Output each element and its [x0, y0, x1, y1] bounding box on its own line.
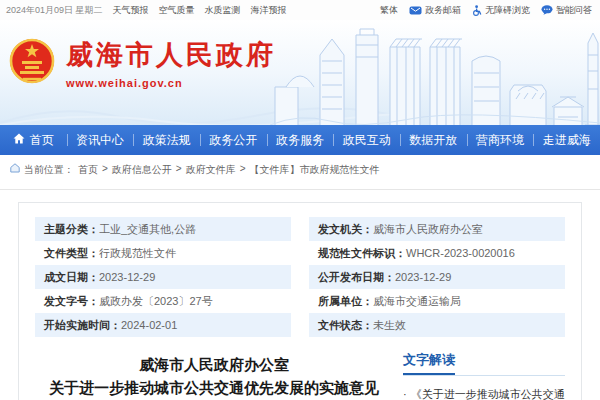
nav-item-gov-services[interactable]: 政务服务 [267, 125, 334, 155]
sidebar-heading: 文字解读 [403, 350, 565, 376]
breadcrumb-item-gov-info[interactable]: 政府信息公开 [112, 163, 172, 177]
meta-publish-date: 公开发布日期：2023-12-29 [309, 265, 565, 289]
accessibility-icon [472, 5, 482, 16]
nav-item-policies-laws[interactable]: 政策法规 [133, 125, 200, 155]
breadcrumb-item-doc-library[interactable]: 政府文件库 [186, 163, 236, 177]
topbar-link-water-quality[interactable]: 水质监测 [205, 4, 241, 17]
site-url[interactable]: www.weihai.gov.cn [66, 77, 276, 89]
document-meta-panel: 主题分类：工业_交通其他,公路 发文机关：威海市人民政府办公室 文件类型：行政规… [18, 202, 582, 400]
chat-icon [541, 5, 553, 15]
nav-item-public-interaction[interactable]: 政民互动 [333, 125, 400, 155]
nav-item-gov-info-disclosure[interactable]: 政务公开 [200, 125, 267, 155]
policy-interpretation-link[interactable]: 《关于进一步推动城市公共交通优先发展的实施意见》政策解读 [411, 385, 565, 400]
home-icon [13, 133, 25, 147]
list-item: · 《关于进一步推动城市公共交通优先发展的实施意见》政策解读 [403, 385, 565, 400]
meta-doc-status: 文件状态：未生效 [309, 313, 565, 337]
city-skyline-illustration [270, 25, 600, 125]
breadcrumb-item-home[interactable]: 首页 [78, 163, 98, 177]
breadcrumb-prefix: 当前位置： [24, 163, 74, 177]
meta-normative-doc-id: 规范性文件标识：WHCR-2023-0020016 [309, 241, 565, 265]
document-area: 威海市人民政府办公室 关于进一步推动城市公共交通优先发展的实施意见 文字解读 ·… [35, 350, 565, 400]
nav-item-about-weihai[interactable]: 走进威海 [533, 125, 600, 155]
brand: 威海市人民政府 www.weihai.gov.cn [9, 35, 276, 91]
topbar-link-ocean-forecast[interactable]: 海洋预报 [251, 4, 287, 17]
site-title: 威海市人民政府 [66, 37, 276, 73]
table-row: 成文日期：2023-12-29 公开发布日期：2023-12-29 [35, 265, 565, 289]
table-row: 开始实施时间：2024-02-01 文件状态：未生效 [35, 313, 565, 337]
meta-doc-number: 发文字号：威政办发〔2023〕27号 [35, 289, 291, 313]
topbar-link-accessibility[interactable]: 无障碍浏览 [472, 4, 530, 17]
topbar-link-gov-mail[interactable]: 政务邮箱 [409, 4, 461, 17]
current-date: 2024年01月09日 星期二 [6, 4, 103, 17]
meta-owning-unit: 所属单位：威海市交通运输局 [309, 289, 565, 313]
breadcrumb: 当前位置： 首页> 政府信息公开> 政府文件库> 【文件库】市政府规范性文件 [0, 155, 600, 190]
nav-item-business-environment[interactable]: 营商环境 [467, 125, 534, 155]
table-row: 文件类型：行政规范性文件 规范性文件标识：WHCR-2023-0020016 [35, 241, 565, 265]
main-nav: 首页 资讯中心 政策法规 政务公开 政务服务 政民互动 数据开放 营商环境 走进… [0, 125, 600, 155]
table-row: 主题分类：工业_交通其他,公路 发文机关：威海市人民政府办公室 [35, 217, 565, 241]
topbar-link-smart-qa[interactable]: 智能问答 [541, 4, 592, 17]
mail-icon [409, 6, 422, 15]
meta-issuing-agency: 发文机关：威海市人民政府办公室 [309, 217, 565, 241]
topbar-link-traditional-chinese[interactable]: 繁体 [380, 4, 398, 17]
document-title-line2: 关于进一步推动城市公共交通优先发展的实施意见 [35, 376, 393, 399]
nav-item-open-data[interactable]: 数据开放 [400, 125, 467, 155]
national-emblem [9, 35, 55, 91]
meta-topic-category: 主题分类：工业_交通其他,公路 [35, 217, 291, 241]
bullet: · [403, 385, 407, 400]
document-title: 威海市人民政府办公室 关于进一步推动城市公共交通优先发展的实施意见 [35, 350, 393, 400]
site-header: 威海市人民政府 www.weihai.gov.cn [0, 20, 600, 125]
breadcrumb-item-current: 【文件库】市政府规范性文件 [250, 163, 380, 177]
topbar-link-air-quality[interactable]: 空气质量 [159, 4, 195, 17]
meta-file-type: 文件类型：行政规范性文件 [35, 241, 291, 265]
nav-item-news-center[interactable]: 资讯中心 [67, 125, 134, 155]
nav-item-home[interactable]: 首页 [0, 125, 67, 155]
document-title-line1: 威海市人民政府办公室 [35, 353, 393, 376]
meta-written-date: 成文日期：2023-12-29 [35, 265, 291, 289]
topbar-link-weather[interactable]: 天气预报 [113, 4, 149, 17]
interpretation-sidebar: 文字解读 · 《关于进一步推动城市公共交通优先发展的实施意见》政策解读 [393, 350, 565, 400]
location-icon [10, 163, 20, 175]
meta-effective-date: 开始实施时间：2024-02-01 [35, 313, 291, 337]
topbar: 2024年01月09日 星期二 天气预报 空气质量 水质监测 海洋预报 繁体 政… [0, 0, 600, 20]
table-row: 发文字号：威政办发〔2023〕27号 所属单位：威海市交通运输局 [35, 289, 565, 313]
